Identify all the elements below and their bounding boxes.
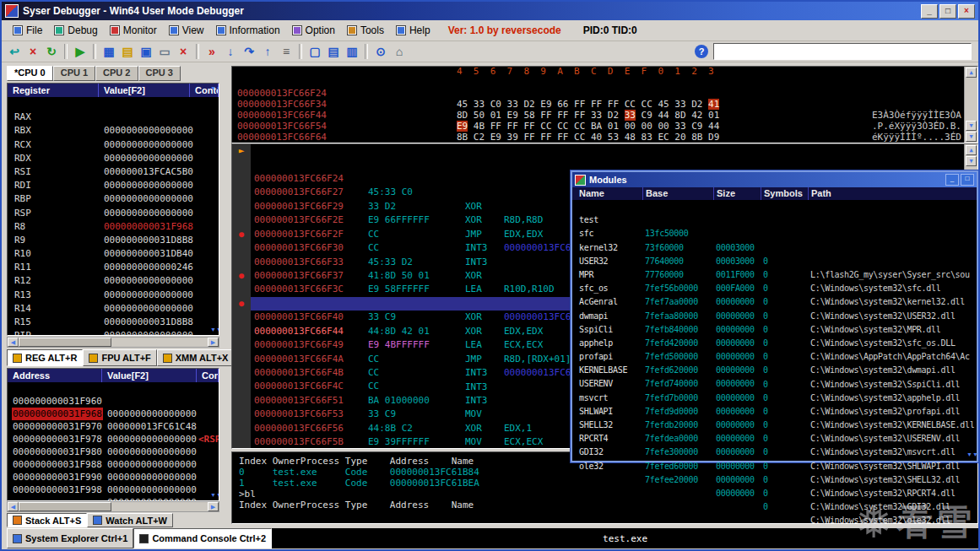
hex-vscrollbar[interactable]: ▲ ▼ ▼ — [964, 67, 977, 143]
symbols-col-header[interactable]: Symbols — [761, 187, 803, 200]
register-view-tab[interactable]: REG ALT+R — [7, 349, 83, 366]
scroll-down-icon[interactable]: ▼ — [966, 121, 977, 131]
toolbar-button[interactable]: ▤ — [118, 43, 137, 60]
scroll-up-icon[interactable]: ▲ — [966, 68, 977, 78]
register-row[interactable]: RCX 0000000000000000 — [8, 124, 219, 138]
disasm-gutter[interactable]: ►● — [232, 256, 251, 269]
stack-row[interactable]: 000000000031F978 0000000000000000 — [8, 420, 219, 433]
register-row[interactable]: RSI 0000000000000000 — [8, 152, 219, 165]
disasm-gutter[interactable]: ►● — [232, 228, 251, 241]
disasm-gutter[interactable]: ►● — [232, 269, 251, 283]
disasm-gutter[interactable]: ►● — [232, 325, 251, 338]
disasm-gutter[interactable]: ►● — [232, 144, 251, 158]
scroll-thumb[interactable] — [19, 338, 111, 347]
toolbar-button[interactable] — [196, 44, 199, 59]
module-row[interactable]: SspiCli 7fefd420000 00000000 0 C:\Window… — [572, 310, 977, 323]
help-icon[interactable]: ? — [695, 45, 708, 58]
register-view-tab[interactable]: FPU ALT+F — [83, 349, 156, 366]
register-row[interactable]: RBX 0000000000000000 — [8, 111, 219, 124]
menu-item[interactable]: Information — [210, 23, 286, 38]
disasm-gutter[interactable]: ►● — [232, 297, 251, 311]
toolbar-button[interactable]: ↩ — [5, 43, 24, 60]
module-row[interactable]: test 13fc50000 00003000 0 L:\flash2G_my\… — [572, 200, 977, 213]
cpu-tab[interactable]: CPU 2 — [95, 66, 138, 81]
toolbar-button[interactable]: ↓ — [221, 43, 240, 60]
disasm-gutter[interactable]: ►● — [232, 366, 251, 380]
module-row[interactable]: msvcrt 7fefd9d0000 00000000 0 C:\Windows… — [572, 377, 977, 391]
disasm-gutter[interactable]: ►● — [232, 172, 251, 186]
toolbar-button[interactable]: ↻ — [42, 43, 61, 60]
hex-row[interactable]: 000000013FC66F74 5B C3 CC CC 33 D2 41 8D… — [232, 132, 977, 143]
register-row[interactable]: R9 000000000031DB40 — [8, 220, 219, 234]
toolbar-button[interactable]: ▦ — [100, 43, 118, 60]
toolbar-button[interactable]: ≡ — [277, 43, 295, 60]
module-row[interactable]: GDI32 7fefed60000 00000000 0 C:\Windows\… — [572, 432, 977, 446]
name-col-header[interactable]: Name — [572, 187, 604, 200]
scroll-down-icon[interactable]: ▼▼ — [210, 493, 218, 498]
menu-item[interactable]: Tools — [341, 23, 390, 38]
disasm-gutter[interactable]: ►● — [232, 283, 251, 296]
register-row[interactable]: RAX 0000000000000000 — [8, 97, 219, 111]
scroll-thumb[interactable] — [19, 502, 111, 511]
cpu-tab[interactable]: *CPU 0 — [7, 66, 53, 81]
module-row[interactable]: kernel32 77640000 0011F000 0 C:\Windows\… — [572, 227, 977, 240]
path-col-header[interactable]: Path — [808, 187, 831, 200]
scroll-left-icon[interactable]: ◀ — [8, 502, 19, 511]
bottom-panel-tab[interactable]: System Explorer Ctrl+1 — [7, 528, 133, 548]
toolbar-button[interactable]: ▤ — [324, 43, 343, 60]
register-row[interactable]: RIP 000000013FC66F24 — [8, 316, 219, 329]
scroll-down-icon[interactable]: ▼ — [966, 132, 977, 142]
toolbar-button[interactable]: ▥ — [343, 43, 361, 60]
stack-hscrollbar[interactable]: ◀ ▶ — [7, 501, 219, 512]
module-row[interactable]: profapi 7fefd620000 00000000 0 C:\Window… — [572, 337, 977, 350]
register-row[interactable]: RSP 000000000031F968 — [8, 192, 219, 206]
menu-item[interactable]: Option — [286, 23, 341, 38]
menu-item[interactable]: Help — [390, 23, 436, 38]
module-row[interactable]: AcGenral 7fefaa80000 00000000 0 C:\Windo… — [572, 282, 977, 295]
scroll-down-icon[interactable]: ▼▼ — [210, 327, 218, 332]
disasm-gutter[interactable]: ►● — [232, 311, 251, 324]
module-row[interactable]: USERENV 7fefd7b0000 00000000 0 C:\Window… — [572, 364, 977, 377]
cpu-tab[interactable]: CPU 3 — [138, 66, 181, 81]
title-bar[interactable]: Syser Debugger - Win64 User Mode Debugge… — [2, 2, 978, 20]
toolbar-button[interactable]: ▶ — [71, 43, 89, 60]
scroll-right-icon[interactable]: ▶ — [208, 338, 219, 347]
stack-row[interactable]: 000000000031F960 0000000000000000 — [8, 382, 219, 395]
menu-item[interactable]: Monitor — [104, 23, 163, 38]
close-button[interactable]: × — [958, 4, 975, 19]
hex-row[interactable]: 000000013FC66F64 E8 A7 02 00 00 8B CB E8… — [232, 121, 977, 132]
toolbar-button[interactable] — [93, 44, 96, 59]
disasm-gutter[interactable]: ►● — [232, 353, 251, 366]
module-row[interactable]: SHELL32 7fefdea0000 00000000 0 C:\Window… — [572, 405, 977, 419]
stack-row[interactable]: 000000000031F998 0000000000000000 — [8, 471, 219, 483]
register-row[interactable]: R15 0000000000000000 — [8, 302, 219, 316]
register-hscrollbar[interactable]: ◀ ▶ — [7, 337, 219, 348]
register-row[interactable]: RDX 000000013FCAC5B0 — [8, 138, 219, 152]
disasm-gutter[interactable]: ►● — [232, 338, 251, 352]
toolbar-button[interactable]: ▭ — [155, 43, 174, 60]
base-col-header[interactable]: Base — [642, 187, 668, 200]
register-view-tab[interactable]: XMM ALT+X — [157, 349, 235, 366]
register-row[interactable]: RDI 0000000000000000 — [8, 165, 219, 179]
disasm-gutter[interactable]: ►● — [232, 186, 251, 199]
disasm-gutter[interactable]: ►● — [232, 435, 251, 449]
disasm-gutter[interactable]: ►● — [232, 408, 251, 421]
toolbar-button[interactable]: ↑ — [258, 43, 277, 60]
stack-row[interactable]: 000000000031F968 000000013FC61C48 <RSP — [8, 395, 219, 408]
register-row[interactable]: RBP 0000000000000000 — [8, 179, 219, 192]
scroll-right-icon[interactable]: ▶ — [208, 502, 219, 511]
toolbar-button[interactable]: × — [174, 43, 192, 60]
register-row[interactable]: RFLAG 0000246 — [8, 329, 219, 336]
module-row[interactable]: MPR 7fef56b0000 00000000 0 C:\Windows\sy… — [572, 255, 977, 268]
modules-title-bar[interactable]: Modules _ □ — [572, 172, 977, 187]
toolbar-button[interactable] — [365, 44, 368, 59]
hex-row[interactable]: 000000013FC66F24 45 33 C0 33 D2 E9 66 FF… — [232, 77, 977, 88]
register-row[interactable]: R8 000000000031D8B8 — [8, 207, 219, 220]
menu-item[interactable]: File — [7, 23, 48, 38]
toolbar-button[interactable] — [299, 44, 302, 59]
stack-view-tab[interactable]: Stack ALT+S — [7, 513, 87, 527]
disasm-gutter[interactable]: ►● — [232, 200, 251, 213]
minimize-button[interactable]: _ — [921, 4, 938, 19]
disasm-gutter[interactable]: ►● — [232, 158, 251, 171]
modules-minimize-button[interactable]: _ — [945, 174, 959, 186]
